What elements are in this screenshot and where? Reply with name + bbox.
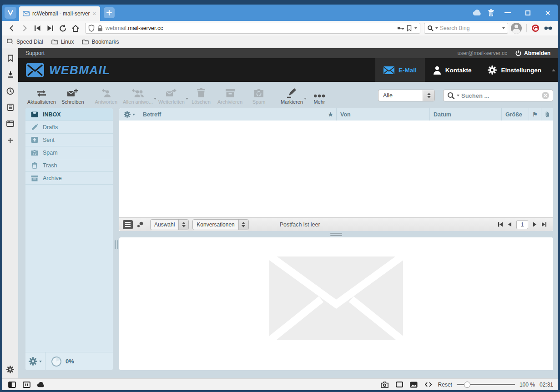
bookmark-page-icon[interactable] — [407, 25, 412, 31]
logout-button[interactable]: Abmelden — [515, 50, 550, 56]
list-options-button[interactable] — [119, 108, 139, 121]
last-page-icon[interactable] — [541, 222, 547, 227]
panel-settings-button[interactable] — [6, 365, 15, 374]
tab-close-icon[interactable]: ✕ — [92, 11, 96, 17]
spam-button[interactable]: Spam — [246, 84, 272, 107]
sync-status-button[interactable] — [36, 380, 46, 389]
horizontal-splitter[interactable] — [119, 231, 553, 237]
tab-email[interactable]: E-Mail — [375, 58, 425, 82]
threads-icon[interactable] — [136, 221, 144, 228]
delete-button[interactable]: Löschen — [188, 84, 214, 107]
reply-all-button[interactable]: Allen antwo... — [121, 84, 155, 107]
close-button[interactable]: ✕ — [538, 6, 558, 20]
list-mode-button[interactable] — [123, 220, 133, 229]
search-engine-icon[interactable] — [427, 25, 434, 31]
capture-button[interactable] — [380, 380, 390, 389]
rewind-button[interactable] — [31, 23, 43, 34]
refresh-button[interactable]: Aktualisieren — [25, 84, 58, 107]
folder-drafts[interactable]: Drafts — [25, 121, 113, 134]
mark-button[interactable]: Markieren — [279, 84, 305, 107]
horizontal-splitter-grip-icon[interactable] — [330, 233, 342, 236]
column-date[interactable]: Datum — [430, 108, 502, 121]
zoom-reset-button[interactable]: Reset — [438, 382, 452, 388]
filter-select[interactable]: Alle — [378, 90, 435, 101]
panel-history-button[interactable] — [6, 86, 15, 95]
mail-search-input[interactable] — [461, 92, 540, 99]
urlbar-dropdown-icon[interactable] — [414, 27, 417, 29]
next-page-icon[interactable] — [533, 222, 537, 227]
folder-inbox[interactable]: INBOX — [25, 108, 113, 121]
panel-notes-button[interactable] — [6, 103, 15, 112]
column-attachment[interactable] — [541, 108, 553, 121]
zoom-slider-knob[interactable] — [464, 382, 470, 388]
panel-bookmarks-button[interactable] — [6, 54, 15, 63]
message-list-body[interactable] — [119, 121, 553, 217]
column-star-icon[interactable]: ★ — [325, 108, 337, 121]
extension-button[interactable] — [530, 23, 541, 34]
search-engine-dropdown-icon[interactable] — [435, 27, 438, 29]
page-actions-button[interactable] — [542, 23, 554, 34]
profile-avatar[interactable] — [511, 23, 522, 34]
folder-archive[interactable]: Archive — [25, 172, 113, 185]
column-subject[interactable]: Betreff — [139, 108, 325, 121]
toggle-panel-button[interactable] — [7, 380, 17, 389]
vivaldi-menu-button[interactable] — [5, 7, 16, 19]
reply-button[interactable]: Antworten — [93, 84, 120, 107]
zoom-slider[interactable] — [457, 380, 515, 389]
page-images-button[interactable] — [409, 380, 419, 389]
sync-cloud-button[interactable] — [470, 7, 484, 19]
column-size[interactable]: Größe — [502, 108, 529, 121]
panel-add-button[interactable] — [6, 136, 15, 145]
address-bar[interactable]: webmail.mail-server.cc — [85, 23, 420, 34]
panel-window-button[interactable] — [6, 119, 15, 128]
minimize-button[interactable] — [498, 6, 518, 20]
browser-search-box[interactable] — [424, 23, 508, 34]
screenshot-area-button[interactable] — [394, 380, 404, 389]
prev-page-icon[interactable] — [508, 222, 512, 227]
more-button[interactable]: Mehr — [307, 84, 332, 107]
maximize-button[interactable] — [518, 6, 538, 20]
forward-mail-button[interactable]: Weiterleiten — [156, 84, 187, 107]
search-clear-icon[interactable]: ✕ — [542, 92, 549, 99]
home-button[interactable] — [70, 23, 81, 34]
threads-select[interactable]: Konversationen — [192, 219, 248, 230]
bookmark-folder-bookmarks[interactable]: Bookmarks — [82, 39, 119, 45]
back-button[interactable] — [6, 23, 18, 34]
reload-button[interactable] — [57, 23, 69, 34]
folder-sent[interactable]: Sent — [25, 134, 113, 146]
key-icon[interactable] — [397, 26, 404, 30]
fast-forward-button[interactable] — [44, 23, 56, 34]
browser-search-input[interactable] — [440, 25, 500, 31]
folder-spam[interactable]: Spam — [25, 146, 113, 159]
column-flag-icon[interactable]: ⚑ — [529, 108, 541, 121]
compose-icon — [67, 88, 79, 98]
taskbar-collapse-button[interactable] — [550, 58, 558, 82]
column-from[interactable]: Von — [337, 108, 430, 121]
support-link[interactable]: Support — [25, 50, 45, 56]
first-page-icon[interactable] — [498, 222, 503, 227]
trash-tabs-button[interactable] — [484, 7, 498, 19]
mail-search-box[interactable]: ✕ — [443, 90, 553, 101]
new-tab-button[interactable] — [104, 7, 115, 18]
search-history-dropdown-icon[interactable] — [502, 27, 505, 29]
folder-trash[interactable]: Trash — [25, 159, 113, 172]
vertical-splitter-grip-icon[interactable] — [115, 240, 118, 249]
tab-kontakte[interactable]: Kontakte — [425, 58, 480, 82]
selection-select[interactable]: Auswahl — [150, 219, 189, 230]
compose-button[interactable]: Schreiben — [60, 84, 86, 107]
vertical-splitter[interactable] — [113, 108, 119, 370]
page-number-input[interactable]: 1 — [516, 220, 528, 229]
browser-tab[interactable]: rcWebmail - mail-server.cc ✕ — [19, 6, 100, 21]
forward-button[interactable] — [19, 23, 30, 34]
tab-einstellungen[interactable]: Einstellungen — [479, 58, 550, 82]
spam-box-icon — [254, 88, 264, 98]
tiling-button[interactable] — [21, 380, 31, 389]
panel-downloads-button[interactable] — [6, 70, 15, 79]
folder-options-button[interactable] — [25, 352, 45, 370]
folder-panel: INBOX Drafts Sent — [25, 108, 113, 370]
bookmark-folder-linux[interactable]: Linux — [51, 39, 74, 45]
page-actions-code-button[interactable] — [424, 380, 434, 389]
archive-button[interactable]: Archivieren — [216, 84, 244, 107]
bookmark-speed-dial[interactable]: Speed Dial — [7, 39, 43, 45]
search-options-dropdown-icon[interactable] — [457, 95, 459, 96]
